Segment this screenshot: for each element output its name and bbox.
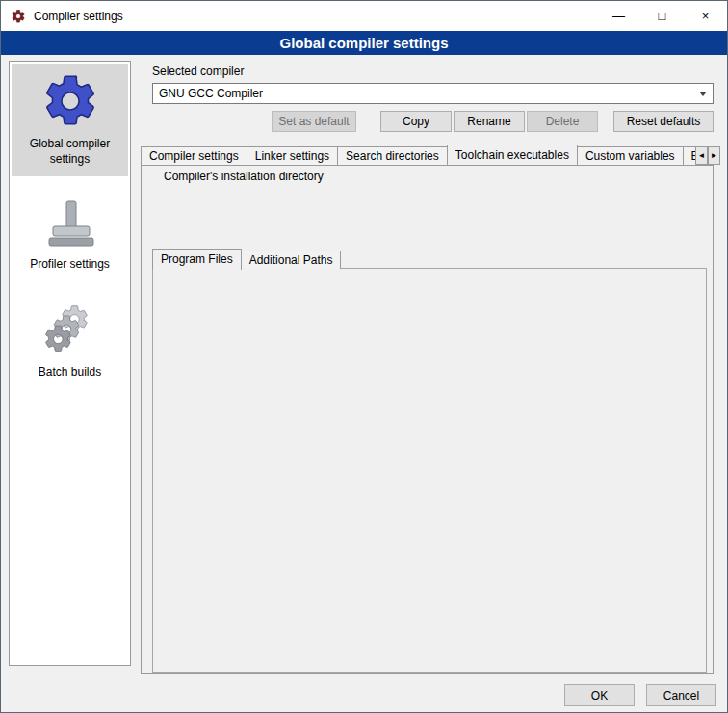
tab-toolchain-executables[interactable]: Toolchain executables — [447, 145, 578, 165]
tab-compiler-settings[interactable]: Compiler settings — [141, 146, 247, 165]
tab-program-files[interactable]: Program Files — [152, 249, 242, 270]
maximize-icon[interactable]: □ — [640, 1, 684, 31]
window-controls: — □ × — [597, 1, 727, 31]
sidebar-item-profiler-settings[interactable]: Profiler settings — [12, 190, 128, 282]
chevron-down-icon — [699, 92, 707, 96]
stacked-gears-icon — [42, 304, 98, 359]
close-icon[interactable]: × — [684, 1, 727, 31]
tab-build-truncated[interactable]: Buil — [683, 146, 695, 165]
rename-button[interactable]: Rename — [454, 111, 525, 132]
program-files-tabstrip: Program Files Additional Paths — [152, 248, 340, 269]
tab-scroll-left-icon[interactable]: ◄ — [695, 146, 708, 165]
sidebar-item-global-compiler-settings[interactable]: Global compiler settings — [12, 64, 128, 176]
compiler-select[interactable]: GNU GCC Compiler — [152, 83, 714, 104]
reset-defaults-button[interactable]: Reset defaults — [613, 111, 714, 132]
copy-button[interactable]: Copy — [380, 111, 452, 132]
program-files-panel — [152, 268, 707, 673]
settings-category-sidebar: Global compiler settings Profiler settin… — [9, 61, 131, 666]
sidebar-item-label: Global compiler settings — [13, 137, 126, 167]
profiler-tool-icon — [43, 198, 97, 251]
tab-search-directories[interactable]: Search directories — [337, 146, 448, 165]
installation-directory-legend: Compiler's installation directory — [160, 170, 327, 183]
window-title: Compiler settings — [34, 10, 123, 23]
app-icon — [11, 9, 26, 24]
minimize-icon[interactable]: — — [597, 1, 640, 31]
page-title: Global compiler settings — [1, 31, 727, 55]
tab-custom-variables[interactable]: Custom variables — [577, 146, 684, 165]
compiler-settings-window: Compiler settings — □ × Global compiler … — [0, 0, 728, 713]
set-as-default-button[interactable]: Set as default — [272, 111, 356, 132]
sidebar-item-label: Batch builds — [13, 365, 126, 381]
settings-tabstrip: Compiler settings Linker settings Search… — [141, 144, 695, 165]
titlebar: Compiler settings — □ × — [1, 1, 727, 31]
tab-scroll-right-icon[interactable]: ► — [708, 146, 720, 165]
sidebar-item-batch-builds[interactable]: Batch builds — [12, 296, 128, 390]
selected-compiler-label: Selected compiler — [152, 65, 244, 78]
blue-gear-icon — [40, 71, 100, 131]
cancel-button[interactable]: Cancel — [646, 684, 716, 706]
compiler-select-value: GNU GCC Compiler — [159, 87, 263, 100]
delete-button[interactable]: Delete — [527, 111, 598, 132]
tab-linker-settings[interactable]: Linker settings — [247, 146, 338, 165]
tab-additional-paths[interactable]: Additional Paths — [241, 251, 342, 269]
sidebar-item-label: Profiler settings — [13, 257, 126, 273]
ok-button[interactable]: OK — [564, 684, 635, 706]
